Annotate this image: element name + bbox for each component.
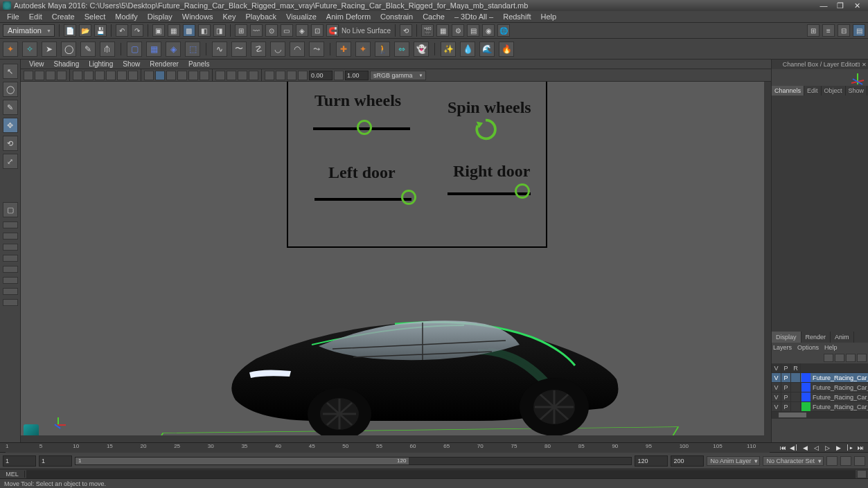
pt-motion-blur[interactable] xyxy=(238,71,247,80)
panel-menu-renderer[interactable]: Renderer xyxy=(145,60,183,68)
anim-end-field[interactable]: 200 xyxy=(671,455,704,467)
undo-button[interactable]: ↶ xyxy=(116,24,128,37)
ipr-render-button[interactable]: ▦ xyxy=(436,24,449,37)
open-scene-button[interactable]: 📂 xyxy=(79,24,91,37)
tab-edit[interactable]: Edit xyxy=(804,86,822,96)
command-input[interactable] xyxy=(26,470,856,478)
snap-point[interactable]: ⊙ xyxy=(265,24,278,37)
layout-hypershade[interactable] xyxy=(3,288,18,295)
layer-row[interactable]: VPFuture_Racing_Car_Bl. xyxy=(772,383,868,392)
layer-reference-toggle[interactable] xyxy=(791,383,801,392)
shelf-curve-1[interactable]: ∿ xyxy=(212,42,227,57)
layout-outliner[interactable] xyxy=(3,266,18,273)
shelf-ghost[interactable]: 👻 xyxy=(414,42,429,57)
hypershade-button[interactable]: ◉ xyxy=(482,24,495,37)
shelf-cluster[interactable]: ◈ xyxy=(166,42,181,57)
menu-help[interactable]: Help xyxy=(537,12,561,21)
shelf-fluid[interactable]: 🌊 xyxy=(479,42,495,57)
tab-channels[interactable]: Channels xyxy=(772,86,804,96)
scale-tool[interactable]: ⤢ xyxy=(3,154,18,169)
shelf-lattice[interactable]: ▦ xyxy=(146,42,161,57)
pt-image-plane[interactable] xyxy=(57,71,67,80)
pt-gate-mask[interactable] xyxy=(106,71,116,80)
pt-wireframe[interactable] xyxy=(144,71,154,80)
time-ruler[interactable]: 1510152025303540455055606570758085909510… xyxy=(6,443,770,453)
layer-color-swatch[interactable] xyxy=(801,373,811,382)
turn-wheels-slider-handle[interactable] xyxy=(357,120,372,135)
pt-field-chart[interactable] xyxy=(117,71,127,80)
select-mask-2[interactable]: ◨ xyxy=(213,24,226,37)
playback-prefs-button[interactable] xyxy=(854,456,865,466)
layout-two-stacked[interactable] xyxy=(3,244,18,251)
panel-menu-shading[interactable]: Shading xyxy=(50,60,84,68)
layer-playback-toggle[interactable]: P xyxy=(781,402,791,411)
tab-show[interactable]: Show xyxy=(846,86,868,96)
rotate-tool[interactable]: ⟲ xyxy=(3,136,18,151)
right-door-slider-handle[interactable] xyxy=(515,183,530,199)
live-icon[interactable]: 🧲 xyxy=(326,24,339,37)
move-tool[interactable]: ✥ xyxy=(3,118,18,133)
shelf-tool-arrow[interactable]: ➤ xyxy=(42,42,57,57)
menu-file[interactable]: File xyxy=(3,12,24,21)
menu-modify[interactable]: Modify xyxy=(111,12,141,21)
pt-textured[interactable] xyxy=(166,71,176,80)
render-view-button[interactable]: ▤ xyxy=(467,24,479,37)
select-mask-1[interactable]: ◧ xyxy=(198,24,211,37)
range-bar-handle[interactable]: 1 120 xyxy=(76,458,409,464)
pt-xray[interactable] xyxy=(200,71,209,80)
menu-playback[interactable]: Playback xyxy=(241,12,281,21)
play-forward[interactable]: ▷ xyxy=(822,444,832,452)
layout-more[interactable] xyxy=(3,299,18,306)
select-tool[interactable]: ↖ xyxy=(3,64,18,79)
shelf-fire[interactable]: 🔥 xyxy=(499,42,514,57)
shelf-curve-6[interactable]: ⤳ xyxy=(309,42,324,57)
set-key-button[interactable] xyxy=(840,456,851,466)
shelf-tool-1[interactable]: ✦ xyxy=(3,42,18,57)
shelf-key-insert[interactable]: ✦ xyxy=(355,42,371,57)
snap-view[interactable]: ⊡ xyxy=(311,24,324,37)
pt-lock-camera[interactable] xyxy=(35,71,44,80)
layout-single[interactable]: ▢ xyxy=(3,202,18,217)
toggle-tool-settings[interactable]: ⊟ xyxy=(838,24,850,37)
play-start-field[interactable]: 1 xyxy=(39,455,72,467)
layer-visibility-toggle[interactable]: V xyxy=(772,402,781,411)
layer-row[interactable]: VPFuture_Racing_Car_Bl. xyxy=(772,392,868,402)
shelf-tool-paint[interactable]: ✎ xyxy=(80,42,96,57)
pt-safe-action[interactable] xyxy=(128,71,138,80)
gamma-value[interactable]: 1.00 xyxy=(345,71,369,80)
layer-new-selected[interactable] xyxy=(857,354,867,362)
pt-film-gate[interactable] xyxy=(84,71,94,80)
auto-key-toggle[interactable] xyxy=(826,456,838,466)
layer-visibility-toggle[interactable]: V xyxy=(772,392,781,401)
go-to-start[interactable]: ⏮ xyxy=(778,444,788,452)
minimize-button[interactable]: — xyxy=(815,1,832,10)
go-to-end[interactable]: ⏭ xyxy=(856,444,865,452)
anim-layer-dropdown[interactable]: No Anim Layer xyxy=(707,456,760,466)
shelf-curve-2[interactable]: 〜 xyxy=(231,42,247,57)
select-mode-object[interactable]: ▦ xyxy=(168,24,180,37)
pt-antialias[interactable] xyxy=(249,71,258,80)
snap-curve[interactable]: 〰 xyxy=(250,24,263,37)
script-editor-button[interactable] xyxy=(857,470,867,478)
panel-menu-view[interactable]: View xyxy=(25,60,48,68)
shelf-tool-lasso[interactable]: ◯ xyxy=(61,42,76,57)
tab-object[interactable]: Object xyxy=(822,86,846,96)
layer-tab-display[interactable]: Display xyxy=(772,332,801,343)
shelf-particle-1[interactable]: ✨ xyxy=(441,42,456,57)
menu-cache[interactable]: Cache xyxy=(418,12,449,21)
render-globals-button[interactable]: 🌐 xyxy=(497,24,510,37)
menu-select[interactable]: Select xyxy=(80,12,110,21)
render-frame-button[interactable]: 🎬 xyxy=(421,24,434,37)
pt-select-camera[interactable] xyxy=(24,71,33,80)
shelf-wrap[interactable]: ⬚ xyxy=(185,42,200,57)
panel-menu-lighting[interactable]: Lighting xyxy=(85,60,117,68)
spin-wheels-control[interactable] xyxy=(472,116,499,143)
shelf-tool-joint[interactable]: ⫛ xyxy=(100,42,115,57)
menu-redshift[interactable]: Redshift xyxy=(499,12,535,21)
play-backward[interactable]: ◁ xyxy=(811,444,821,452)
new-scene-button[interactable]: 📄 xyxy=(64,24,76,37)
toggle-attribute-editor[interactable]: ≡ xyxy=(822,24,835,37)
shelf-human-ik[interactable]: 🚶 xyxy=(375,42,390,57)
layer-row[interactable]: VPFuture_Racing_Car_Black xyxy=(772,373,868,383)
render-settings-button[interactable]: ⚙ xyxy=(452,24,464,37)
